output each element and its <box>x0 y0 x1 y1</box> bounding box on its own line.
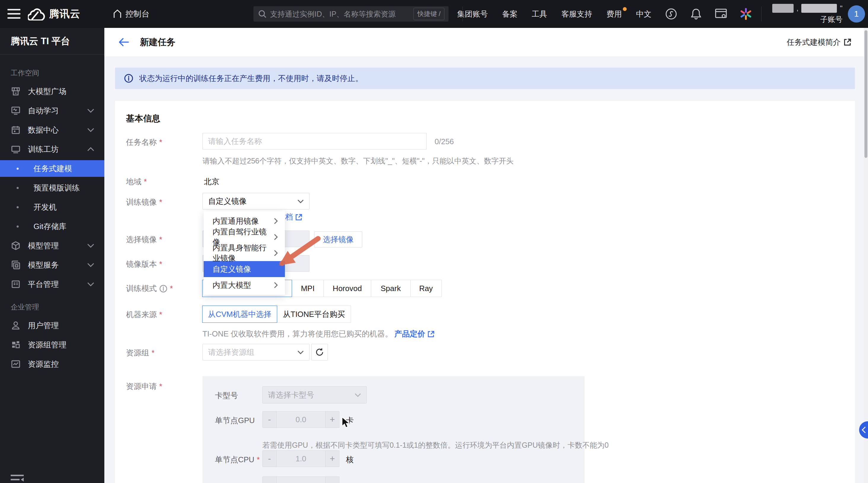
menu-group-account[interactable]: 集团账号 <box>457 9 488 19</box>
chevron-down-icon <box>354 393 361 397</box>
image-version-label: 镜像版本 <box>126 259 162 269</box>
sidebar-item-training-workshop[interactable]: 训练工坊 <box>0 141 104 158</box>
dropdown-item-custom-image[interactable]: 自定义镜像 <box>204 261 285 277</box>
cpu-value[interactable]: 1.0 <box>276 451 326 467</box>
refresh-icon <box>315 348 324 357</box>
select-image-button[interactable]: 选择镜像 <box>314 231 362 248</box>
task-name-hint: 请输入不超过256个字符，仅支持中英文、数字、下划线"_"、短横"-"，只能以中… <box>203 156 514 166</box>
sidebar-item-preset-template-training[interactable]: 预置模版训练 <box>0 179 104 196</box>
sidebar-item-platform-management[interactable]: 平台管理 <box>0 276 104 292</box>
redacted-account-name <box>772 4 794 13</box>
console-label: 控制台 <box>125 9 149 19</box>
monitor-icon <box>11 106 21 116</box>
back-button[interactable] <box>119 38 129 47</box>
topbar-divider <box>761 6 762 21</box>
resource-group-select[interactable]: 请选择资源组 <box>203 344 309 361</box>
console-link[interactable]: 控制台 <box>113 9 149 19</box>
dropdown-item-label: 自定义镜像 <box>213 264 251 275</box>
intro-link-label: 任务式建模简介 <box>787 37 841 48</box>
menu-billing[interactable]: 费用 <box>607 9 622 19</box>
tab-spark[interactable]: Spark <box>371 280 410 297</box>
menu-support[interactable]: 客服支持 <box>561 9 592 19</box>
user-icon <box>11 320 21 331</box>
external-link-icon <box>844 38 851 46</box>
tab-ray[interactable]: Ray <box>410 280 442 297</box>
page-header: 新建任务 任务式建模简介 <box>104 28 868 56</box>
tab-horovod[interactable]: Horovod <box>323 280 371 297</box>
billing-notification-dot <box>623 7 627 11</box>
product-pricing-link[interactable]: 产品定价 <box>394 329 435 339</box>
sidebar-item-git-repo[interactable]: Git存储库 <box>0 218 104 235</box>
redacted-account-name <box>801 4 837 13</box>
menu-icp[interactable]: 备案 <box>502 9 518 19</box>
train-image-select[interactable]: 自定义镜像 <box>203 193 309 209</box>
sidebar-item-label: 模型服务 <box>28 260 59 270</box>
feedback-icon[interactable] <box>664 7 678 21</box>
sidebar-collapse-icon[interactable] <box>11 475 24 483</box>
gpu-stepper: - 0.0 + <box>262 411 339 428</box>
memory-minus-button[interactable] <box>262 477 276 483</box>
bell-icon[interactable] <box>689 7 703 21</box>
document-icon <box>11 279 21 289</box>
chevron-down-icon <box>87 244 94 248</box>
gpu-minus-button[interactable]: - <box>262 411 276 428</box>
chevron-right-icon <box>274 218 278 224</box>
menu-tools[interactable]: 工具 <box>532 9 547 19</box>
hamburger-menu-icon[interactable] <box>0 0 28 28</box>
sidebar-item-resource-monitor[interactable]: 资源监控 <box>0 356 104 372</box>
gpu-hint: 若需使用GPU，根据不同卡类型可填写0.1-1或1的整数倍。运行环境为平台内置G… <box>262 440 609 450</box>
sidebar-item-dev-machine[interactable]: 开发机 <box>0 199 104 216</box>
option-tione-purchase[interactable]: 从TIONE平台购买 <box>277 306 351 323</box>
task-name-input[interactable] <box>203 133 427 149</box>
tab-mpi[interactable]: MPI <box>292 280 324 297</box>
resource-group-placeholder: 请选择资源组 <box>208 347 254 358</box>
sidebar-item-user-management[interactable]: 用户管理 <box>0 317 104 334</box>
chevron-down-icon <box>87 282 94 286</box>
sidebar-item-data-center[interactable]: 数据中心 <box>0 122 104 138</box>
account-type-label: 子账号 <box>820 15 842 24</box>
redacted-separator: , <box>797 4 799 12</box>
search-icon <box>258 10 267 18</box>
cpu-plus-button[interactable]: + <box>326 451 339 467</box>
scrollbar-thumb[interactable] <box>864 30 867 158</box>
card-type-select[interactable]: 请选择卡型号 <box>262 386 367 403</box>
sidebar-item-auto-learning[interactable]: 自动学习 <box>0 102 104 119</box>
sidebar-item-model-service[interactable]: 模型服务 <box>0 257 104 273</box>
machine-source-label: 机器来源 <box>126 309 162 320</box>
section-title-basic-info: 基本信息 <box>126 113 160 124</box>
storefront-icon <box>11 86 21 96</box>
scrollbar-track[interactable] <box>864 28 868 483</box>
card-type-placeholder: 请选择卡型号 <box>268 390 314 400</box>
dropdown-item-builtin-llm[interactable]: 内置大模型 <box>204 277 285 293</box>
account-info[interactable]: , " 子账号 <box>772 4 842 24</box>
select-image-label: 选择镜像 <box>126 234 162 245</box>
ai-assistant-icon[interactable] <box>739 7 752 21</box>
external-link-icon <box>428 331 435 338</box>
tencent-cloud-logo[interactable]: 腾讯云 <box>28 7 80 21</box>
avatar[interactable]: 1 <box>848 5 865 23</box>
sidebar-item-model-plaza[interactable]: 大模型广场 <box>0 83 104 100</box>
chevron-up-icon <box>87 147 94 151</box>
gpu-value[interactable]: 0.0 <box>276 411 326 428</box>
sidebar-item-task-modeling[interactable]: 任务式建模 <box>0 160 104 177</box>
cpu-minus-button[interactable]: - <box>262 451 276 467</box>
sidebar-item-resource-group-management[interactable]: 资源组管理 <box>0 336 104 353</box>
gpu-plus-button[interactable]: + <box>326 411 339 428</box>
task-modeling-intro-link[interactable]: 任务式建模简介 <box>787 37 851 48</box>
sidebar-item-model-management[interactable]: 模型管理 <box>0 237 104 254</box>
memory-plus-button[interactable] <box>326 477 339 483</box>
info-banner: 状态为运行中的训练任务正在产生费用，不使用时，请及时停止。 <box>115 68 855 89</box>
global-search-input[interactable]: 支持通过实例ID、IP、名称等搜索资源 快捷键 / <box>253 6 448 22</box>
doc-link-partial-text: 档 <box>285 212 293 222</box>
refresh-resource-group-button[interactable] <box>311 344 328 361</box>
console-settings-icon[interactable] <box>714 7 727 21</box>
option-cvm-machine[interactable]: 从CVM机器中选择 <box>202 306 277 323</box>
image-doc-link[interactable]: 档 <box>285 212 302 222</box>
menu-language[interactable]: 中文 <box>636 9 652 19</box>
memory-value[interactable] <box>276 477 326 483</box>
chevron-down-icon <box>297 199 304 203</box>
sidebar-item-label: 用户管理 <box>28 320 59 331</box>
gpu-label: 单节点GPU <box>215 415 255 426</box>
chevron-down-icon <box>297 350 304 354</box>
dropdown-item-builtin-embodied-ai[interactable]: 内置具身智能行业镜像 <box>204 245 285 261</box>
